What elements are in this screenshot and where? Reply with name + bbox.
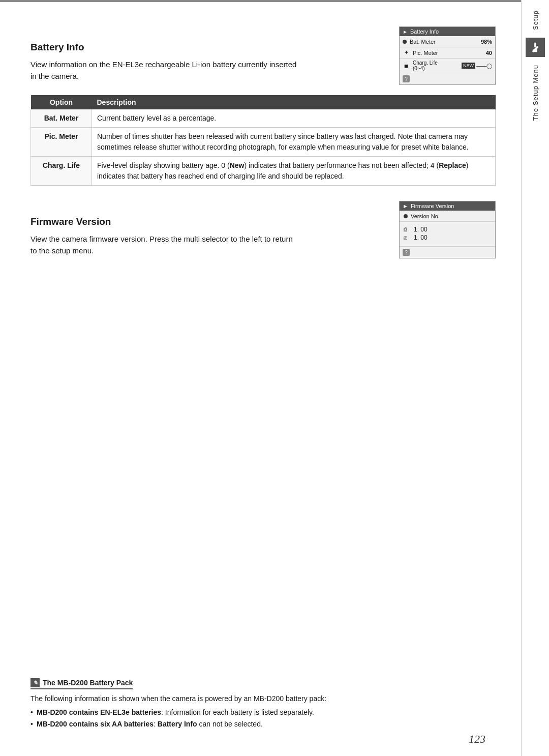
table-header-option: Option — [31, 95, 92, 109]
right-sidebar: Setup The Setup Menu — [521, 0, 549, 756]
meter-icon: ✦ — [403, 49, 410, 56]
firmware-version-title: Firmware Version — [30, 216, 384, 227]
tool-icon — [530, 42, 541, 53]
table-header-description: Description — [92, 95, 496, 109]
sidebar-setup-label: Setup — [532, 10, 539, 30]
note-list: MB-D200 contains EN-EL3e batteries: Info… — [30, 707, 480, 730]
sidebar-icon-box — [526, 38, 545, 57]
svg-rect-0 — [534, 43, 536, 47]
table-row: Bat. Meter Current battery level as a pe… — [31, 109, 496, 128]
desc-pic-meter: Number of times shutter has been release… — [92, 128, 496, 157]
camera-a-icon: ⎙ — [404, 226, 412, 232]
dot-icon — [403, 40, 407, 44]
firmware-intro-area: Firmware Version View the camera firmwar… — [30, 201, 384, 256]
list-item: MB-D200 contains EN-EL3e batteries: Info… — [30, 707, 480, 718]
table-row: Charg. Life Five-level display showing b… — [31, 157, 496, 186]
firmware-screen-footer: ? — [400, 247, 495, 258]
table-row: Pic. Meter Number of times shutter has b… — [31, 128, 496, 157]
option-bat-meter: Bat. Meter — [31, 109, 92, 128]
desc-bat-meter: Current battery level as a percentage. — [92, 109, 496, 128]
battery-intro-area: Battery Info View information on the EN-… — [30, 26, 384, 82]
note-pencil-icon: ✎ — [30, 678, 40, 687]
sidebar-menu-label: The Setup Menu — [532, 65, 539, 121]
firmware-screen: ► Firmware Version Version No. ⎙ 1. 00 ⎚… — [399, 201, 496, 258]
battery-info-table: Option Description Bat. Meter Current ba… — [30, 95, 496, 186]
note-title: ✎ The MB-D200 Battery Pack — [30, 678, 133, 689]
page-number: 123 — [469, 733, 485, 746]
arrow-icon: ► — [403, 29, 408, 35]
main-content: Battery Info View information on the EN-… — [0, 0, 521, 756]
charg-icon: ■ — [403, 62, 410, 70]
battery-screen-header: ► Battery Info — [400, 27, 495, 36]
arrow-icon: ► — [403, 203, 408, 209]
firmware-screen-header: ► Firmware Version — [400, 201, 495, 211]
question-icon: ? — [403, 249, 410, 256]
option-pic-meter: Pic. Meter — [31, 128, 92, 157]
firmware-version-area: ⎙ 1. 00 ⎚ 1. 00 — [400, 222, 495, 247]
battery-screen-footer: ? — [400, 73, 495, 84]
svg-rect-2 — [533, 49, 537, 52]
battery-screen: ► Battery Info Bat. Meter 98% ✦ Pic. Met… — [399, 26, 496, 85]
charg-life-row: ■ Charg. Life(0~4) NEW ——◯ — [400, 59, 495, 73]
camera-b-icon: ⎚ — [404, 235, 412, 241]
pic-meter-row: ✦ Pic. Meter 40 — [400, 47, 495, 59]
firmware-version-no-row: Version No. — [400, 211, 495, 222]
new-badge: NEW — [462, 63, 475, 69]
bat-meter-row: Bat. Meter 98% — [400, 36, 495, 47]
note-intro: The following information is shown when … — [30, 693, 480, 704]
list-item: MB-D200 contains six AA batteries: Batte… — [30, 719, 480, 730]
top-border — [0, 1, 521, 2]
firmware-version-intro: View the camera firmware version. Press … — [30, 234, 300, 256]
question-icon: ? — [403, 75, 410, 82]
note-section: ✎ The MB-D200 Battery Pack The following… — [30, 678, 480, 731]
dot-icon — [404, 214, 408, 218]
battery-info-title: Battery Info — [30, 42, 384, 53]
desc-charg-life: Five-level display showing battery age. … — [92, 157, 496, 186]
option-charg-life: Charg. Life — [31, 157, 92, 186]
battery-info-intro: View information on the EN-EL3e recharge… — [30, 59, 300, 82]
